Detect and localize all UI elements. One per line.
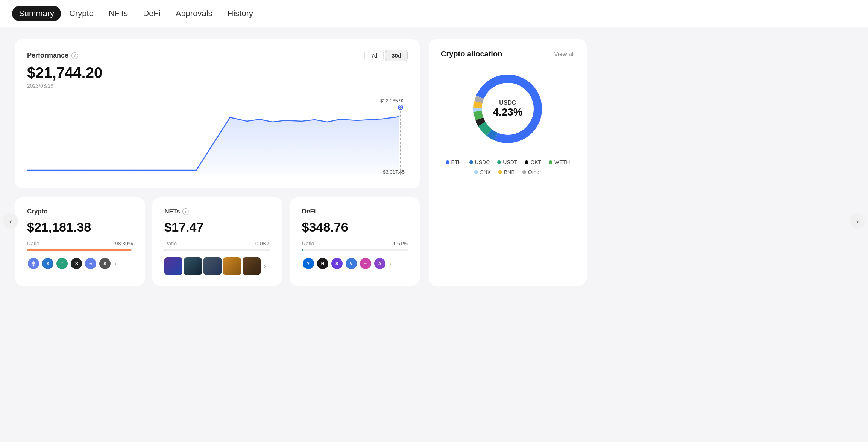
nav-item-defi[interactable]: DeFi	[136, 6, 167, 21]
nfts-card-amount: $17.47	[164, 220, 270, 235]
crypto-ratio-row: Ratio 98.30%	[27, 241, 133, 247]
nav-item-crypto[interactable]: Crypto	[62, 6, 100, 21]
defi-token-6: A	[373, 257, 386, 270]
defi-card-title: DeFi	[302, 208, 408, 215]
crypto-tokens-arrow[interactable]: ›	[113, 258, 118, 269]
eth-dot	[446, 160, 449, 164]
nfts-ratio-pct: 0.08%	[255, 241, 270, 247]
outer-next-button[interactable]: ›	[850, 213, 865, 229]
donut-chart: USDC 4.23%	[466, 67, 549, 150]
defi-token-1: Y	[302, 257, 315, 270]
nft-thumbnails: ›	[164, 257, 270, 275]
allocation-header: Crypto allocation View all	[441, 50, 575, 58]
performance-title: Performance i	[27, 52, 78, 59]
donut-center: USDC 4.23%	[493, 99, 522, 118]
nav-item-summary[interactable]: Summary	[12, 6, 61, 21]
performance-chart: $22,065.92 $3,017.45	[27, 95, 408, 178]
crypto-card-amount: $21,181.38	[27, 220, 133, 235]
usdt-dot	[497, 160, 501, 164]
chart-svg	[27, 95, 408, 178]
30d-button[interactable]: 30d	[385, 50, 408, 61]
weth-dot	[549, 160, 552, 164]
nav-item-history[interactable]: History	[221, 6, 260, 21]
performance-info-icon[interactable]: i	[71, 52, 78, 59]
okt-dot	[525, 160, 528, 164]
usdc-dot	[469, 160, 473, 164]
nft-thumb-3	[203, 257, 222, 275]
defi-ratio-pct: 1.61%	[393, 241, 408, 247]
defi-card-amount: $348.76	[302, 220, 408, 235]
chart-high-label: $22,065.92	[380, 98, 405, 104]
legend-other: Other	[522, 169, 541, 175]
defi-token-4: V	[345, 257, 358, 270]
nft-thumb-4	[223, 257, 241, 275]
chart-low-label: $3,017.45	[383, 169, 405, 175]
svg-marker-9	[31, 261, 35, 265]
outer-prev-button[interactable]: ‹	[3, 213, 18, 229]
defi-token-2: N	[316, 257, 329, 270]
main-content: Performance i 7d 30d $21,744.20 2023/03/…	[0, 27, 602, 298]
crypto-summary-card: Crypto $21,181.38 Ratio 98.30% $ T ✕ W	[15, 197, 145, 286]
nfts-summary-card: NFTs i $17.47 Ratio 0.08% ›	[152, 197, 282, 286]
defi-progress-fill	[302, 249, 304, 251]
bnb-dot	[498, 170, 502, 174]
crypto-progress-bg	[27, 249, 133, 251]
allocation-legend: ETH USDC USDT OKT WETH SNX	[441, 159, 575, 175]
snx-token-icon: S	[99, 257, 111, 270]
defi-ratio-row: Ratio 1.61%	[302, 241, 408, 247]
nfts-info-icon[interactable]: i	[182, 208, 189, 215]
other-dot	[522, 170, 526, 174]
nft-thumb-5	[243, 257, 261, 275]
defi-token-5: ~	[359, 257, 372, 270]
nft-thumb-1	[164, 257, 182, 275]
chart-vertical-line	[400, 107, 401, 175]
usdt-token-icon: T	[56, 257, 68, 270]
allocation-card: Crypto allocation View all	[429, 39, 587, 286]
donut-wrapper: USDC 4.23%	[441, 67, 575, 150]
nfts-arrow[interactable]: ›	[262, 257, 267, 275]
7d-button[interactable]: 7d	[364, 50, 384, 61]
crypto-ratio-pct: 98.30%	[115, 241, 133, 247]
defi-progress-bg	[302, 249, 408, 251]
nfts-progress-bg	[164, 249, 270, 251]
legend-usdc: USDC	[469, 159, 490, 165]
eth-token-icon	[27, 257, 40, 270]
okt-token-icon: ✕	[70, 257, 83, 270]
allocation-title: Crypto allocation	[441, 50, 502, 58]
performance-amount: $21,744.20	[27, 64, 408, 81]
performance-date: 2023/03/19	[27, 83, 408, 89]
legend-okt: OKT	[525, 159, 541, 165]
defi-token-3: S	[331, 257, 343, 270]
crypto-token-icons: $ T ✕ W S ›	[27, 257, 133, 270]
defi-token-icons: Y N S V ~ A ›	[302, 257, 408, 270]
legend-bnb: BNB	[498, 169, 515, 175]
legend-usdt: USDT	[497, 159, 517, 165]
nfts-ratio-row: Ratio 0.08%	[164, 241, 270, 247]
top-navigation: Summary Crypto NFTs DeFi Approvals Histo…	[0, 0, 868, 27]
legend-weth: WETH	[549, 159, 570, 165]
bottom-cards: Crypto $21,181.38 Ratio 98.30% $ T ✕ W	[15, 197, 420, 286]
legend-eth: ETH	[446, 159, 462, 165]
nav-item-approvals[interactable]: Approvals	[169, 6, 219, 21]
weth-token-icon: W	[84, 257, 97, 270]
defi-summary-card: DeFi $348.76 Ratio 1.61% Y N S V ~ A ›	[290, 197, 420, 286]
donut-center-label: USDC	[493, 99, 522, 106]
snx-dot	[474, 170, 478, 174]
donut-center-pct: 4.23%	[493, 106, 522, 118]
legend-snx: SNX	[474, 169, 491, 175]
time-buttons: 7d 30d	[364, 50, 408, 61]
usdc-token-icon: $	[41, 257, 54, 270]
defi-tokens-arrow[interactable]: ›	[388, 258, 393, 269]
nft-thumb-2	[184, 257, 202, 275]
nfts-card-title: NFTs i	[164, 208, 270, 215]
performance-card: Performance i 7d 30d $21,744.20 2023/03/…	[15, 39, 420, 188]
crypto-card-title: Crypto	[27, 208, 133, 215]
view-all-button[interactable]: View all	[554, 51, 575, 58]
crypto-progress-fill	[27, 249, 131, 251]
nav-item-nfts[interactable]: NFTs	[102, 6, 135, 21]
